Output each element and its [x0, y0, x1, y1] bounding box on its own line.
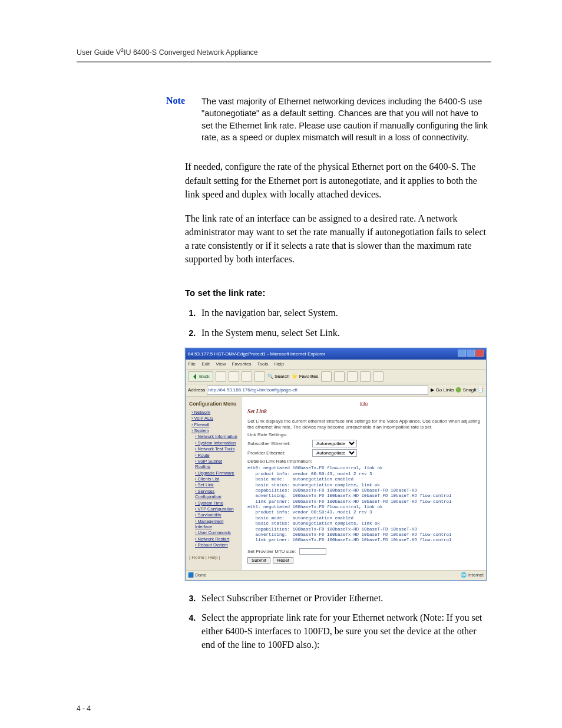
snagit-button[interactable]: 🟢 SnagIt — [455, 387, 476, 394]
provider-eth-select[interactable]: Autonegotiate — [312, 449, 357, 457]
step-1: In the navigation bar, select System. — [198, 306, 491, 319]
mtu-input[interactable] — [299, 548, 326, 555]
sidebar-item[interactable]: › VoIP Subnet Routing — [195, 459, 239, 470]
sidebar-item[interactable]: › Firewall — [191, 422, 239, 427]
address-label: Address — [188, 387, 205, 394]
sidebar-title: Configuration Menu — [189, 400, 239, 407]
sidebar-item[interactable]: › Services Configuration — [195, 489, 239, 500]
forward-button[interactable] — [216, 371, 226, 382]
sidebar-item[interactable]: › Upgrade Firmware — [195, 470, 239, 476]
info-link[interactable]: Info — [360, 401, 368, 406]
window-title: 64.53.177.5 HGT-DMV-EdgeProtect1 - Micro… — [188, 351, 325, 358]
address-bar: Address http://64.53.186.176/cgi-bin/con… — [186, 384, 486, 397]
provider-eth-label: Provider Ethernet: — [247, 450, 312, 457]
go-button[interactable]: ▶ Go — [431, 387, 442, 394]
content-panel: Info Set Link Set Link displays the curr… — [242, 397, 486, 570]
links-label: Links — [443, 387, 454, 394]
back-button[interactable]: Back — [188, 371, 213, 382]
window-titlebar: 64.53.177.5 HGT-DMV-EdgeProtect1 - Micro… — [186, 348, 486, 360]
page-header: User Guide V2IU 6400-S Converged Network… — [77, 47, 491, 62]
sidebar-footer[interactable]: | Home | Help | — [189, 554, 239, 561]
menu-file[interactable]: File — [188, 361, 196, 367]
config-sidebar: Configuration Menu › Network› VoIP ALG› … — [186, 397, 242, 570]
menu-favorites[interactable]: Favorites — [232, 361, 252, 367]
address-input[interactable]: http://64.53.186.176/cgi-bin/config/page… — [207, 386, 429, 395]
browser-menubar[interactable]: File Edit View Favorites Tools Help — [186, 360, 486, 370]
status-left: 🟦 Done — [188, 572, 206, 579]
search-button[interactable]: 🔍 Search — [267, 373, 290, 380]
step-4: Select the appropriate link rate for you… — [198, 611, 491, 652]
sidebar-item[interactable]: › System Time — [195, 500, 239, 506]
subheading-set-link-rate: To set the link rate: — [185, 286, 491, 299]
subscriber-eth-select[interactable]: Autonegotiate — [312, 440, 357, 447]
favorites-button[interactable]: ⭐ Favorites — [292, 373, 318, 380]
history-button[interactable] — [321, 371, 332, 382]
detail-label: Detailed Link Rate Information: — [247, 459, 480, 465]
mtu-label: Set Provider MTU size: — [247, 548, 296, 555]
note-text: The vast majority of Ethernet networking… — [201, 95, 491, 143]
step-3: Select Subscriber Ethernet or Provider E… — [198, 591, 491, 605]
page-number: 4 - 4 — [77, 704, 491, 713]
status-right: 🌐 Internet — [461, 572, 484, 579]
home-button[interactable] — [254, 371, 265, 382]
rate-settings-label: Link Rate Settings: — [247, 432, 480, 438]
note-label: Note — [135, 95, 201, 106]
sidebar-item[interactable]: › Network — [191, 410, 239, 415]
sidebar-item[interactable]: › User Commands — [195, 530, 239, 535]
window-buttons[interactable] — [457, 350, 484, 359]
reset-button[interactable]: Reset — [273, 557, 293, 564]
sidebar-item[interactable]: › Network Restart — [195, 536, 239, 542]
refresh-button[interactable] — [242, 371, 252, 382]
menu-help[interactable]: Help — [275, 361, 284, 367]
sidebar-item[interactable]: › System Information — [195, 440, 239, 446]
sidebar-item[interactable]: › Reboot System — [195, 542, 239, 548]
mail-button[interactable] — [334, 371, 345, 382]
sidebar-item[interactable]: › Route — [195, 453, 239, 458]
sidebar-item[interactable]: › Network Test Tools — [195, 446, 239, 452]
paragraph-1: If needed, configure the rate of the phy… — [185, 160, 491, 201]
sidebar-item[interactable]: › Survivability — [195, 512, 239, 518]
stop-button[interactable] — [229, 371, 239, 382]
sidebar-item[interactable]: › Network Information — [195, 434, 239, 439]
sidebar-item[interactable]: › Management Interface — [195, 519, 239, 530]
subscriber-eth-label: Subscriber Ethernet: — [247, 440, 312, 447]
sidebar-item[interactable]: › VoIP ALG — [191, 416, 239, 421]
browser-toolbar: Back 🔍 Search ⭐ Favorites — [186, 370, 486, 384]
step-2: In the System menu, select Set Link. — [198, 326, 491, 340]
print-button[interactable] — [347, 371, 358, 382]
menu-view[interactable]: View — [216, 361, 226, 367]
discuss-button[interactable] — [373, 371, 384, 382]
content-heading: Set Link — [247, 408, 480, 416]
sidebar-item[interactable]: › VTP Configuration — [195, 506, 239, 512]
browser-screenshot: 64.53.177.5 HGT-DMV-EdgeProtect1 - Micro… — [185, 348, 487, 581]
content-intro: Set Link displays the current ethernet i… — [247, 419, 480, 431]
sidebar-item[interactable]: › Set Link — [195, 482, 239, 487]
note-block: Note The vast majority of Ethernet netwo… — [135, 95, 491, 143]
submit-button[interactable]: Submit — [247, 557, 270, 564]
menu-tools[interactable]: Tools — [257, 361, 269, 367]
sidebar-item[interactable]: › System — [191, 428, 239, 433]
menu-edit[interactable]: Edit — [201, 361, 210, 367]
status-bar: 🟦 Done 🌐 Internet — [186, 570, 486, 580]
detail-output: eth0: negotiated 100baseTx-FD flow-contr… — [247, 466, 480, 543]
paragraph-2: The link rate of an interface can be ass… — [185, 212, 491, 266]
edit-button[interactable] — [360, 371, 371, 382]
sidebar-item[interactable]: › Clients List — [195, 476, 239, 482]
